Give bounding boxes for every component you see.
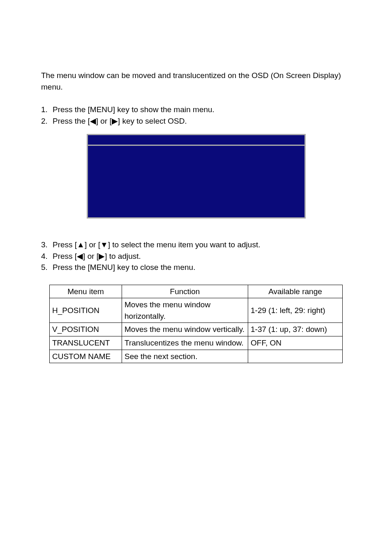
cell-menu: TRANSLUCENT <box>50 336 122 350</box>
step-item: 2. Press the [◀] or [▶] key to select OS… <box>41 115 351 127</box>
step-item: 4. Press [◀] or [▶] to adjust. <box>41 251 351 262</box>
cell-func: Moves the menu window vertically. <box>122 323 248 336</box>
header-function: Function <box>122 285 248 298</box>
table-row: V_POSITION Moves the menu window vertica… <box>50 323 343 336</box>
step-item: 1. Press the [MENU] key to show the main… <box>41 104 351 115</box>
step-number: 5. <box>41 262 53 273</box>
step-item: 3. Press [▲] or [▼] to select the menu i… <box>41 239 351 251</box>
header-range: Available range <box>248 285 343 298</box>
osd-screenshot-wrap <box>41 134 351 219</box>
step-number: 1. <box>41 104 53 115</box>
table-header-row: Menu item Function Available range <box>50 285 343 298</box>
cell-range: 1-29 (1: left, 29: right) <box>248 298 343 323</box>
table-row: H_POSITION Moves the menu window horizon… <box>50 298 343 323</box>
table-row: CUSTOM NAME See the next section. <box>50 350 343 363</box>
cell-func: Translucentizes the menu window. <box>122 336 248 350</box>
cell-range: 1-37 (1: up, 37: down) <box>248 323 343 336</box>
cell-menu: CUSTOM NAME <box>50 350 122 363</box>
cell-range: OFF, ON <box>248 336 343 350</box>
cell-func: See the next section. <box>122 350 248 363</box>
osd-menu-table: Menu item Function Available range H_POS… <box>49 285 343 363</box>
step-text: Press [◀] or [▶] to adjust. <box>53 251 351 262</box>
cell-menu: V_POSITION <box>50 323 122 336</box>
step-item: 5. Press the [MENU] key to close the men… <box>41 262 351 273</box>
steps-list-b: 3. Press [▲] or [▼] to select the menu i… <box>41 239 351 273</box>
osd-window-body <box>88 146 304 217</box>
cell-range <box>248 350 343 363</box>
intro-paragraph: The menu window can be moved and translu… <box>41 70 351 92</box>
table-container: Menu item Function Available range H_POS… <box>41 285 351 363</box>
step-number: 4. <box>41 251 53 262</box>
table-row: TRANSLUCENT Translucentizes the menu win… <box>50 336 343 350</box>
step-text: Press the [MENU] key to show the main me… <box>53 104 351 115</box>
step-text: Press [▲] or [▼] to select the menu item… <box>53 239 351 251</box>
cell-func: Moves the menu window horizontally. <box>122 298 248 323</box>
steps-list-a: 1. Press the [MENU] key to show the main… <box>41 104 351 127</box>
osd-window <box>87 134 306 219</box>
header-menu-item: Menu item <box>50 285 122 298</box>
step-text: Press the [◀] or [▶] key to select OSD. <box>53 115 351 127</box>
step-text: Press the [MENU] key to close the menu. <box>53 262 351 273</box>
cell-menu: H_POSITION <box>50 298 122 323</box>
osd-window-header <box>88 135 304 146</box>
step-number: 2. <box>41 115 53 127</box>
step-number: 3. <box>41 239 53 251</box>
